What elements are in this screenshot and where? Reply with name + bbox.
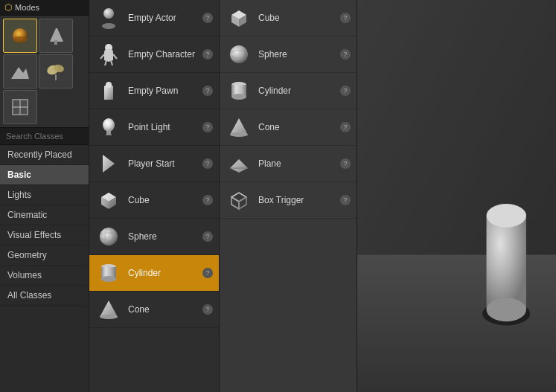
- box-trigger2-label: Box Trigger: [258, 195, 334, 205]
- mode-landscape-button[interactable]: [3, 54, 37, 89]
- point-light-info[interactable]: ?: [202, 122, 213, 132]
- cylinder2-info[interactable]: ?: [340, 86, 351, 96]
- category-cinematic[interactable]: Cinematic: [0, 205, 89, 225]
- plane2-info[interactable]: ?: [340, 158, 351, 169]
- cube-info[interactable]: ?: [202, 195, 213, 205]
- category-list: Recently Placed Basic Lights Cinematic V…: [0, 145, 89, 392]
- mode-foliage-button[interactable]: [39, 54, 73, 89]
- cone2-icon: [226, 114, 252, 141]
- box-trigger2-info[interactable]: ?: [340, 195, 351, 205]
- landscape-icon: [8, 60, 32, 83]
- sphere2-label: Sphere: [258, 49, 334, 60]
- category-geometry[interactable]: Geometry: [0, 245, 89, 266]
- items-panel2: Cube ? Sphere ?: [220, 0, 357, 392]
- item-player-start[interactable]: Player Start ?: [89, 146, 219, 182]
- svg-marker-42: [231, 193, 246, 202]
- search-input[interactable]: [0, 128, 89, 145]
- viewport-content: [357, 0, 556, 392]
- sphere-label: Sphere: [128, 231, 196, 242]
- cube2-icon: [226, 4, 252, 31]
- cylinder-icon: [95, 260, 122, 286]
- svg-rect-2: [54, 40, 57, 45]
- point-light-icon: [95, 114, 122, 141]
- svg-marker-3: [11, 67, 29, 79]
- category-visual-effects[interactable]: Visual Effects: [0, 225, 89, 245]
- foliage-icon: [44, 60, 68, 83]
- empty-character-info[interactable]: ?: [202, 49, 213, 60]
- item2-sphere[interactable]: Sphere ?: [220, 36, 357, 73]
- svg-point-37: [231, 94, 246, 100]
- mode-paint-button[interactable]: [39, 19, 73, 53]
- cone-info[interactable]: ?: [202, 304, 213, 315]
- svg-point-29: [100, 315, 118, 319]
- svg-point-27: [101, 276, 116, 282]
- mode-mesh-button[interactable]: [3, 90, 37, 124]
- item-point-light[interactable]: Point Light ?: [89, 109, 219, 146]
- svg-point-15: [103, 118, 115, 132]
- item2-plane[interactable]: Plane ?: [220, 146, 357, 182]
- sphere2-info[interactable]: ?: [340, 49, 351, 60]
- item-empty-character[interactable]: Empty Character ?: [89, 36, 219, 73]
- paint-icon: [44, 24, 68, 48]
- item-cone[interactable]: Cone ?: [89, 292, 219, 328]
- svg-rect-48: [487, 216, 526, 309]
- svg-rect-16: [106, 131, 111, 134]
- category-recently-placed[interactable]: Recently Placed: [0, 145, 89, 165]
- empty-character-icon: [95, 41, 122, 68]
- cube2-info[interactable]: ?: [340, 13, 351, 23]
- svg-marker-43: [231, 197, 239, 209]
- empty-actor-label: Empty Actor: [128, 13, 196, 23]
- cylinder2-icon: [226, 77, 252, 104]
- category-volumes[interactable]: Volumes: [0, 266, 89, 286]
- svg-rect-6: [55, 74, 57, 80]
- player-start-label: Player Start: [128, 158, 196, 169]
- svg-point-39: [230, 132, 248, 137]
- svg-point-12: [102, 23, 115, 29]
- sidebar: ⬡ Modes: [0, 0, 89, 392]
- item2-box-trigger[interactable]: Box Trigger ?: [220, 182, 357, 219]
- item-empty-pawn[interactable]: Empty Pawn ?: [89, 73, 219, 109]
- mode-place-button[interactable]: [3, 19, 37, 53]
- cube-icon: [95, 187, 122, 213]
- item2-cone[interactable]: Cone ?: [220, 109, 357, 146]
- empty-actor-icon: [95, 4, 122, 31]
- box-trigger2-icon: [226, 187, 252, 213]
- svg-point-50: [487, 298, 526, 322]
- item2-cube[interactable]: Cube ?: [220, 0, 357, 36]
- plane2-label: Plane: [258, 158, 334, 169]
- modes-toolbar: [0, 16, 89, 128]
- player-start-info[interactable]: ?: [202, 158, 213, 169]
- items-panel: Empty Actor ? Empty Character ?: [89, 0, 220, 392]
- place-icon: [8, 24, 32, 48]
- category-basic[interactable]: Basic: [0, 165, 89, 185]
- svg-point-22: [100, 228, 118, 245]
- item2-cylinder[interactable]: Cylinder ?: [220, 73, 357, 109]
- empty-pawn-icon: [95, 77, 122, 104]
- sphere-icon: [95, 223, 122, 250]
- empty-actor-info[interactable]: ?: [202, 13, 213, 23]
- point-light-label: Point Light: [128, 122, 196, 132]
- svg-marker-28: [100, 301, 118, 317]
- category-lights[interactable]: Lights: [0, 185, 89, 205]
- main-content: Empty Actor ? Empty Character ?: [89, 0, 556, 392]
- cone-icon: [95, 296, 122, 323]
- cylinder-label: Cylinder: [128, 268, 196, 278]
- cone2-info[interactable]: ?: [340, 122, 351, 132]
- modes-header: ⬡ Modes: [0, 0, 89, 16]
- empty-pawn-info[interactable]: ?: [202, 86, 213, 96]
- svg-marker-38: [230, 118, 248, 135]
- plane2-icon: [226, 150, 252, 177]
- category-all-classes[interactable]: All Classes: [0, 286, 89, 306]
- item-empty-actor[interactable]: Empty Actor ?: [89, 0, 219, 36]
- sphere-info[interactable]: ?: [202, 231, 213, 242]
- modes-title: Modes: [15, 3, 39, 12]
- cone-label: Cone: [128, 304, 196, 315]
- svg-point-33: [230, 45, 248, 63]
- cylinder-info[interactable]: ?: [202, 268, 213, 278]
- svg-marker-18: [103, 155, 115, 173]
- svg-marker-44: [239, 197, 246, 209]
- item-cube[interactable]: Cube ?: [89, 182, 219, 219]
- item-sphere[interactable]: Sphere ?: [89, 219, 219, 255]
- item-cylinder[interactable]: Cylinder ?: [89, 255, 219, 292]
- viewport[interactable]: [357, 0, 556, 392]
